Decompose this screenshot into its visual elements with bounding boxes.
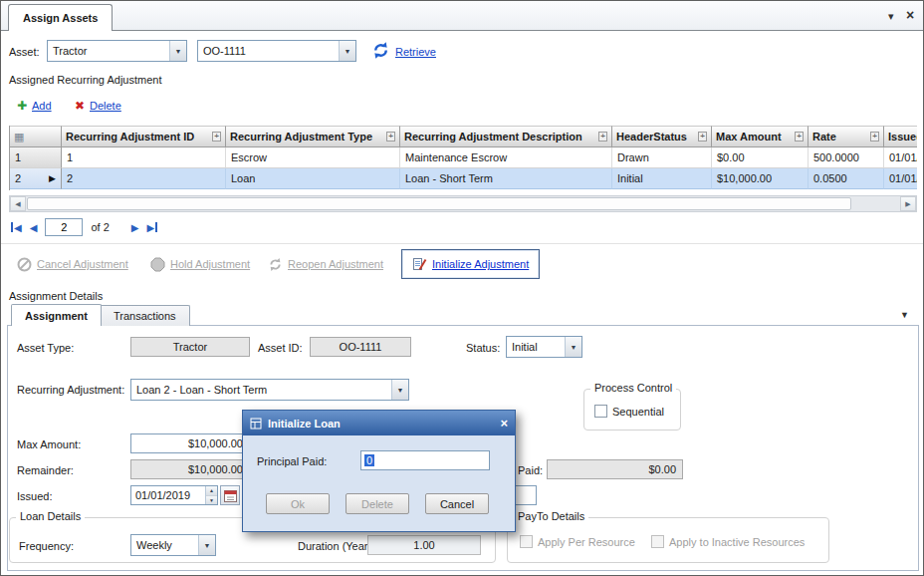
grid-horizontal-scrollbar[interactable]: ◀ ▶ xyxy=(9,195,917,212)
hold-adjustment-button[interactable]: Hold Adjustment xyxy=(150,252,250,276)
spinner-up-icon[interactable]: ▲ xyxy=(206,486,217,496)
cancel-adjustment-button[interactable]: Cancel Adjustment xyxy=(17,252,128,276)
chevron-down-icon[interactable]: ▼ xyxy=(169,41,186,61)
column-header-id[interactable]: Recurring Adjustment ID+ xyxy=(62,126,226,147)
scroll-left-icon: ◀ xyxy=(15,200,20,208)
payto-details-title: PayTo Details xyxy=(514,510,588,522)
issued-date-field[interactable]: 01/01/2019 ▲ ▼ xyxy=(130,485,218,505)
page-number-input[interactable] xyxy=(45,218,83,236)
grid-corner-cell[interactable]: ▦ xyxy=(10,126,62,147)
tab-transactions-label: Transactions xyxy=(114,310,176,322)
column-header-issued[interactable]: Issued xyxy=(884,126,917,147)
chevron-down-icon[interactable]: ▼ xyxy=(565,337,581,357)
column-pin-icon[interactable]: + xyxy=(795,132,804,142)
asset-type-combo[interactable]: Tractor ▼ xyxy=(47,40,187,62)
principal-paid-input[interactable]: 0 xyxy=(360,450,490,470)
row-header-cell[interactable]: 2▶ xyxy=(10,168,62,189)
tab-list-chevron-icon[interactable]: ▾ xyxy=(888,10,894,23)
ok-button[interactable]: Ok xyxy=(266,493,330,514)
cell-status[interactable]: Initial xyxy=(612,168,712,189)
scrollbar-thumb[interactable] xyxy=(27,197,851,210)
column-header-type[interactable]: Recurring Adjustment Type+ xyxy=(226,126,400,147)
asset-id-field: OO-1111 xyxy=(310,337,411,357)
chevron-down-icon[interactable]: ▼ xyxy=(391,380,408,400)
column-pin-icon[interactable]: + xyxy=(386,132,395,142)
spinner-down-icon[interactable]: ▼ xyxy=(206,496,217,505)
dialog-titlebar[interactable]: Initialize Loan × xyxy=(243,411,515,435)
issued-label: Issued: xyxy=(17,490,52,502)
column-header-status[interactable]: HeaderStatus+ xyxy=(612,126,712,147)
column-pin-icon[interactable]: + xyxy=(698,132,707,142)
paid-field: $0.00 xyxy=(547,459,683,479)
add-link[interactable]: Add xyxy=(32,100,52,112)
previous-page-button[interactable]: ◀ xyxy=(30,222,38,233)
calendar-button[interactable] xyxy=(220,485,240,505)
column-pin-icon[interactable]: + xyxy=(870,132,879,142)
cell-description[interactable]: Maintenance Escrow xyxy=(400,147,612,168)
cell-description[interactable]: Loan - Short Term xyxy=(400,168,612,189)
loan-details-title: Loan Details xyxy=(16,510,85,522)
initialize-adjustment-button[interactable]: Initialize Adjustment xyxy=(401,249,540,279)
close-icon[interactable]: × xyxy=(906,7,914,23)
cell-max-amount[interactable]: $10,000.00 xyxy=(712,168,808,189)
first-page-button[interactable]: ◀ xyxy=(11,222,22,233)
tab-assignment[interactable]: Assignment xyxy=(11,304,102,326)
tab-overflow-chevron-icon[interactable]: ▼ xyxy=(900,310,909,320)
frequency-combo[interactable]: Weekly ▼ xyxy=(130,534,216,556)
column-pin-icon[interactable]: + xyxy=(598,132,607,142)
asset-type-field: Tractor xyxy=(130,337,250,357)
cell-rate[interactable]: 500.0000 xyxy=(808,147,884,168)
apply-per-resource-checkbox[interactable] xyxy=(520,535,533,548)
next-page-button[interactable]: ▶ xyxy=(131,222,139,233)
last-page-icon: ▶ xyxy=(146,222,154,233)
apply-per-resource-label: Apply Per Resource xyxy=(538,536,635,548)
sequential-checkbox[interactable] xyxy=(594,405,607,418)
apply-inactive-checkbox[interactable] xyxy=(651,535,664,548)
asset-id-combo[interactable]: OO-1111 ▼ xyxy=(197,40,356,62)
cell-id[interactable]: 2 xyxy=(62,168,226,189)
delete-icon: ✖ xyxy=(75,99,85,113)
last-page-button[interactable]: ▶ xyxy=(146,222,157,233)
tab-assign-assets[interactable]: Assign Assets xyxy=(8,4,113,31)
scroll-left-button[interactable]: ◀ xyxy=(10,196,26,211)
delete-link[interactable]: Delete xyxy=(90,100,121,112)
section-title: Assigned Recurring Adjustment xyxy=(9,74,161,86)
column-header-rate[interactable]: Rate+ xyxy=(808,126,884,147)
dialog-close-icon[interactable]: × xyxy=(500,416,508,431)
column-header-label: Recurring Adjustment ID xyxy=(66,131,194,143)
recurring-adjustment-combo[interactable]: Loan 2 - Loan - Short Term ▼ xyxy=(130,379,409,401)
chevron-down-icon[interactable]: ▼ xyxy=(198,535,215,555)
delete-button[interactable]: Delete xyxy=(346,493,409,514)
table-row-selected[interactable]: 2▶ 2 Loan Loan - Short Term Initial $10,… xyxy=(10,168,917,189)
process-control-group: Process Control Sequential xyxy=(583,389,681,431)
status-combo-value: Initial xyxy=(507,337,565,357)
cell-status[interactable]: Drawn xyxy=(612,147,712,168)
cell-rate[interactable]: 0.0500 xyxy=(808,168,884,189)
first-page-icon: ◀ xyxy=(14,222,22,233)
duration-field: 1.00 xyxy=(367,535,481,555)
cell-type[interactable]: Escrow xyxy=(226,147,400,168)
column-pin-icon[interactable]: + xyxy=(212,132,221,142)
cell-id[interactable]: 1 xyxy=(62,147,226,168)
cell-issued[interactable]: 01/01/ xyxy=(884,168,917,189)
max-amount-field[interactable]: $10,000.00 xyxy=(130,433,250,453)
cancel-adjustment-label: Cancel Adjustment xyxy=(37,258,128,270)
cell-issued[interactable]: 01/01/ xyxy=(884,147,917,168)
tab-transactions[interactable]: Transactions xyxy=(100,305,190,326)
refresh-icon[interactable] xyxy=(371,41,390,62)
row-header-cell[interactable]: 1 xyxy=(10,147,62,168)
column-header-description[interactable]: Recurring Adjustment Description+ xyxy=(400,126,612,147)
page-count-label: of 2 xyxy=(91,221,109,233)
cell-type[interactable]: Loan xyxy=(226,168,400,189)
scroll-right-button[interactable]: ▶ xyxy=(900,196,916,211)
date-spinner[interactable]: ▲ ▼ xyxy=(205,486,217,504)
cancel-button[interactable]: Cancel xyxy=(425,493,489,514)
retrieve-link[interactable]: Retrieve xyxy=(395,46,436,58)
cell-max-amount[interactable]: $0.00 xyxy=(712,147,808,168)
apply-inactive-label: Apply to Inactive Resources xyxy=(669,536,805,548)
chevron-down-icon[interactable]: ▼ xyxy=(339,41,355,61)
status-combo[interactable]: Initial ▼ xyxy=(506,336,582,358)
table-row[interactable]: 1 1 Escrow Maintenance Escrow Drawn $0.0… xyxy=(10,147,917,168)
column-header-max-amount[interactable]: Max Amount+ xyxy=(712,126,808,147)
reopen-adjustment-button[interactable]: Reopen Adjustment xyxy=(268,252,383,276)
